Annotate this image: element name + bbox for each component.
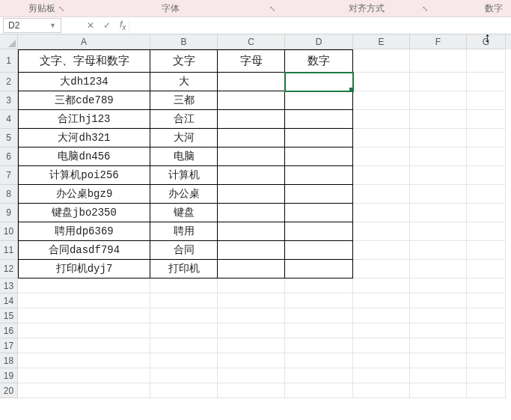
cell[interactable] [218, 279, 285, 293]
cell[interactable] [467, 185, 506, 204]
cell[interactable] [410, 260, 467, 279]
cell[interactable] [353, 293, 410, 308]
cell[interactable]: 数字 [285, 49, 353, 73]
cell[interactable] [285, 129, 353, 147]
cell[interactable] [353, 323, 410, 338]
cell[interactable] [410, 185, 467, 204]
cell[interactable]: 电脑dn456 [18, 147, 150, 166]
cell[interactable] [353, 73, 410, 91]
cell[interactable] [410, 241, 467, 260]
row-header[interactable]: 14 [0, 293, 18, 308]
cell[interactable] [353, 222, 410, 241]
cell[interactable]: 合同 [150, 241, 218, 260]
cell[interactable]: 大dh1234 [18, 73, 150, 91]
column-header[interactable]: E [353, 34, 410, 49]
cell[interactable] [218, 73, 285, 91]
cell[interactable] [150, 323, 218, 338]
cell[interactable] [218, 185, 285, 204]
cell[interactable] [218, 260, 285, 279]
row-header[interactable]: 19 [0, 368, 18, 383]
cell[interactable] [218, 204, 285, 222]
cell[interactable] [285, 293, 353, 308]
cell[interactable]: 打印机 [150, 260, 218, 279]
cell[interactable] [150, 338, 218, 353]
cell[interactable] [410, 222, 467, 241]
cell[interactable] [410, 204, 467, 222]
cell[interactable] [353, 383, 410, 398]
cell[interactable] [218, 323, 285, 338]
cell[interactable]: 电脑 [150, 147, 218, 166]
cell[interactable] [410, 368, 467, 383]
cell-selected[interactable] [285, 73, 353, 91]
cell[interactable] [353, 241, 410, 260]
cell[interactable] [410, 129, 467, 147]
cell[interactable] [410, 73, 467, 91]
column-header[interactable]: D [285, 34, 353, 49]
cell[interactable] [353, 166, 410, 185]
cell[interactable] [353, 353, 410, 368]
cell[interactable]: 聘用dp6369 [18, 222, 150, 241]
accept-formula-icon[interactable]: ✓ [99, 20, 115, 31]
cell[interactable] [18, 279, 150, 293]
row-header[interactable]: 5 [0, 129, 18, 147]
dialog-launcher-icon[interactable]: ⤡ [58, 4, 64, 13]
chevron-down-icon[interactable]: ▼ [49, 22, 56, 29]
cell[interactable] [218, 129, 285, 147]
cell[interactable] [285, 147, 353, 166]
cell[interactable] [218, 338, 285, 353]
cell[interactable] [467, 260, 506, 279]
cell[interactable]: 大河dh321 [18, 129, 150, 147]
column-header[interactable]: C [218, 34, 285, 49]
cell[interactable] [18, 338, 150, 353]
row-header[interactable]: 15 [0, 308, 18, 323]
cell[interactable] [218, 383, 285, 398]
row-header[interactable]: 2 [0, 73, 18, 91]
cell[interactable]: 合江hj123 [18, 110, 150, 129]
cell[interactable] [410, 293, 467, 308]
cell[interactable] [218, 241, 285, 260]
cell[interactable] [353, 338, 410, 353]
cell[interactable] [467, 91, 506, 110]
fx-icon[interactable]: fx [120, 19, 126, 31]
cell[interactable] [467, 368, 506, 383]
row-header[interactable]: 9 [0, 204, 18, 222]
cell[interactable]: 文字 [150, 49, 218, 73]
row-header[interactable]: 16 [0, 323, 18, 338]
cell[interactable] [285, 241, 353, 260]
cell[interactable] [285, 279, 353, 293]
cell[interactable] [285, 260, 353, 279]
cell[interactable] [218, 91, 285, 110]
cell[interactable] [285, 323, 353, 338]
row-header[interactable]: 8 [0, 185, 18, 204]
cell[interactable]: 计算机poi256 [18, 166, 150, 185]
cell[interactable]: 计算机 [150, 166, 218, 185]
cell[interactable] [285, 185, 353, 204]
cell[interactable] [285, 353, 353, 368]
cancel-formula-icon[interactable]: ✕ [82, 20, 99, 31]
cell[interactable] [18, 308, 150, 323]
cell[interactable] [150, 293, 218, 308]
cell[interactable] [285, 383, 353, 398]
row-header[interactable]: 20 [0, 383, 18, 398]
column-header[interactable]: G [467, 34, 506, 49]
cell[interactable] [150, 279, 218, 293]
column-header[interactable]: F [410, 34, 467, 49]
cell[interactable] [218, 110, 285, 129]
cell[interactable] [285, 110, 353, 129]
row-header[interactable]: 11 [0, 241, 18, 260]
cell[interactable] [18, 383, 150, 398]
cell[interactable] [410, 308, 467, 323]
cell[interactable] [218, 293, 285, 308]
cell[interactable] [285, 166, 353, 185]
dialog-launcher-icon[interactable]: ⤡ [422, 4, 428, 13]
cell[interactable]: 合江 [150, 110, 218, 129]
column-header[interactable]: A [18, 34, 150, 49]
cell[interactable] [353, 204, 410, 222]
cell[interactable] [150, 383, 218, 398]
cell[interactable] [353, 91, 410, 110]
cell[interactable] [410, 279, 467, 293]
cell[interactable]: 打印机dyj7 [18, 260, 150, 279]
cell[interactable]: 合同dasdf794 [18, 241, 150, 260]
cell[interactable] [218, 308, 285, 323]
cell[interactable] [285, 308, 353, 323]
